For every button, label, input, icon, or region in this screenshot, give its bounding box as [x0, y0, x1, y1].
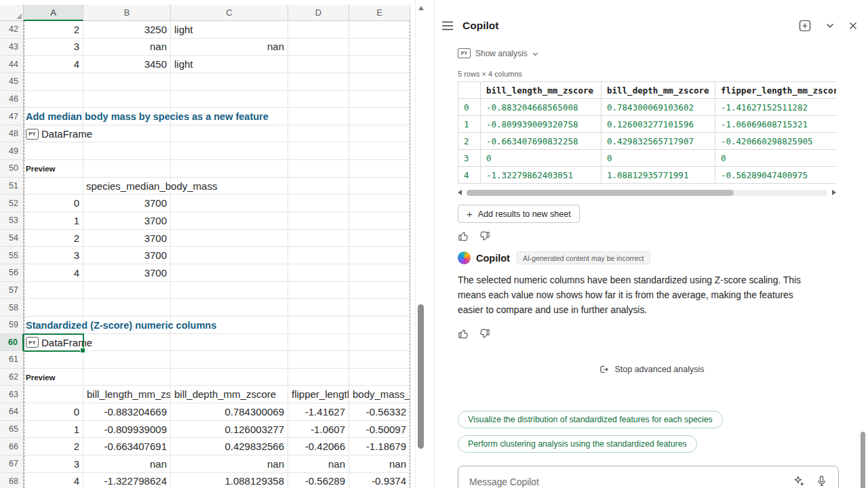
- cell-E47[interactable]: [349, 108, 410, 125]
- thumbs-up-icon[interactable]: [458, 230, 469, 242]
- cell-A53[interactable]: 1: [24, 212, 83, 230]
- cell-A51[interactable]: [24, 178, 83, 195]
- row-header-64[interactable]: 64: [0, 403, 24, 421]
- cell-D67[interactable]: nan: [288, 455, 349, 473]
- row-header-66[interactable]: 66: [0, 438, 24, 455]
- row-header-42[interactable]: 42: [0, 21, 24, 39]
- cell-C65[interactable]: 0.126003277: [171, 421, 288, 439]
- cell-C58[interactable]: [171, 299, 288, 317]
- chevron-down-icon[interactable]: [826, 23, 834, 28]
- cell-A55[interactable]: 3: [24, 247, 83, 264]
- thumbs-up-icon[interactable]: [458, 328, 469, 340]
- cell-D59[interactable]: [288, 317, 349, 334]
- cell-A50[interactable]: [24, 160, 83, 178]
- row-header-68[interactable]: 68: [0, 473, 24, 488]
- row-header-61[interactable]: 61: [0, 351, 24, 369]
- cell-D65[interactable]: -1.0607: [288, 421, 349, 439]
- cell-C52[interactable]: [171, 195, 288, 212]
- cell-C43[interactable]: nan: [171, 39, 288, 56]
- row-header-56[interactable]: 56: [0, 264, 24, 282]
- cell-B49[interactable]: [83, 142, 171, 160]
- row-header-52[interactable]: 52: [0, 195, 24, 212]
- cell-E61[interactable]: [349, 351, 410, 369]
- cell-D62[interactable]: [288, 369, 349, 386]
- cell-D61[interactable]: [288, 351, 349, 369]
- cell-C60[interactable]: [171, 334, 288, 352]
- cell-B60[interactable]: [83, 334, 171, 352]
- cell-A46[interactable]: [24, 91, 83, 108]
- cell-D51[interactable]: [288, 178, 349, 195]
- cell-E44[interactable]: [349, 56, 410, 73]
- cell-C55[interactable]: [171, 247, 288, 264]
- row-header-45[interactable]: 45: [0, 73, 24, 91]
- cell-E54[interactable]: [349, 230, 410, 247]
- cell-E52[interactable]: [349, 195, 410, 212]
- select-all-corner[interactable]: [0, 5, 24, 21]
- cell-D47[interactable]: [288, 108, 349, 125]
- cell-C63[interactable]: bill_depth_mm_zscore: [171, 386, 288, 403]
- copilot-message-input[interactable]: Message Copilot: [458, 466, 839, 488]
- cell-B51[interactable]: [83, 178, 171, 195]
- show-analysis-toggle[interactable]: PY Show analysis: [458, 48, 538, 58]
- cell-E63[interactable]: body_mass_g_zscore: [349, 386, 410, 403]
- thumbs-down-icon[interactable]: [479, 230, 490, 242]
- cell-A48[interactable]: [24, 125, 83, 143]
- row-header-58[interactable]: 58: [0, 299, 24, 317]
- cell-E67[interactable]: nan: [349, 455, 410, 473]
- row-header-67[interactable]: 67: [0, 455, 24, 473]
- cell-E49[interactable]: [349, 142, 410, 160]
- cell-E64[interactable]: -0.56332: [349, 403, 410, 421]
- row-header-63[interactable]: 63: [0, 386, 24, 403]
- cell-D53[interactable]: [288, 212, 349, 230]
- cell-D50[interactable]: [288, 160, 349, 178]
- column-header-B[interactable]: B: [83, 5, 171, 21]
- cell-B58[interactable]: [83, 299, 171, 317]
- cell-D43[interactable]: [288, 39, 349, 56]
- cell-E65[interactable]: -0.50097: [349, 421, 410, 439]
- cell-E55[interactable]: [349, 247, 410, 264]
- cell-A65[interactable]: 1: [24, 421, 83, 439]
- cell-C48[interactable]: [171, 125, 288, 143]
- scroll-left-arrow[interactable]: [458, 190, 462, 195]
- cell-B55[interactable]: 3700: [83, 247, 171, 264]
- row-header-47[interactable]: 47: [0, 108, 24, 125]
- cell-A64[interactable]: 0: [24, 403, 83, 421]
- scroll-right-arrow[interactable]: [832, 190, 836, 195]
- cell-C57[interactable]: [171, 282, 288, 300]
- row-header-59[interactable]: 59: [0, 317, 24, 334]
- cell-C66[interactable]: 0.429832566: [171, 438, 288, 455]
- cell-D49[interactable]: [288, 142, 349, 160]
- cell-B42[interactable]: 3250: [83, 21, 171, 39]
- row-header-46[interactable]: 46: [0, 91, 24, 108]
- cell-D46[interactable]: [288, 91, 349, 108]
- cell-B53[interactable]: 3700: [83, 212, 171, 230]
- prompt-sparkle-icon[interactable]: [793, 475, 805, 487]
- cell-D60[interactable]: [288, 334, 349, 352]
- row-header-43[interactable]: 43: [0, 39, 24, 56]
- cell-E66[interactable]: -1.18679: [349, 438, 410, 455]
- cell-C67[interactable]: nan: [171, 455, 288, 473]
- row-header-49[interactable]: 49: [0, 142, 24, 160]
- cell-B56[interactable]: 3700: [83, 264, 171, 282]
- cell-B45[interactable]: [83, 73, 171, 91]
- cell-D45[interactable]: [288, 73, 349, 91]
- cell-B46[interactable]: [83, 91, 171, 108]
- row-header-65[interactable]: 65: [0, 421, 24, 439]
- cell-C50[interactable]: [171, 160, 288, 178]
- thumbs-down-icon[interactable]: [479, 328, 490, 340]
- cell-D56[interactable]: [288, 264, 349, 282]
- cell-D66[interactable]: -0.42066: [288, 438, 349, 455]
- stop-advanced-analysis-button[interactable]: Stop advanced analysis: [598, 364, 704, 375]
- cell-B52[interactable]: 3700: [83, 195, 171, 212]
- cell-E51[interactable]: [349, 178, 410, 195]
- cell-B59[interactable]: [83, 317, 171, 334]
- cell-B54[interactable]: 3700: [83, 230, 171, 247]
- cell-B48[interactable]: [83, 125, 171, 143]
- menu-icon[interactable]: [441, 21, 454, 30]
- cell-B61[interactable]: [83, 351, 171, 369]
- cell-C49[interactable]: [171, 142, 288, 160]
- cell-C59[interactable]: [171, 317, 288, 334]
- cell-D42[interactable]: [288, 21, 349, 39]
- cell-C44[interactable]: light: [171, 56, 288, 73]
- cell-B43[interactable]: nan: [83, 39, 171, 56]
